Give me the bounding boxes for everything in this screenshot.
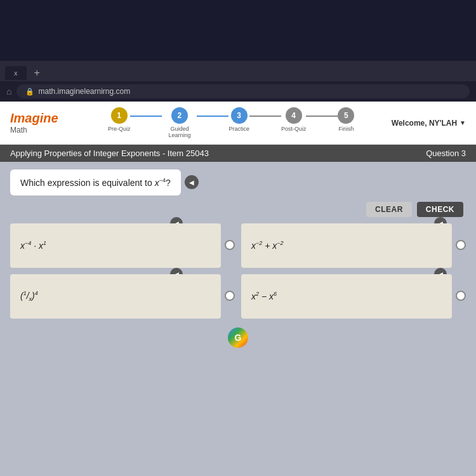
logo: Imagine Math [10,111,58,135]
question-number: Question 3 [426,149,466,158]
question-text: Which expression is equivalent to x−4? [20,177,171,188]
step-circle-4: 4 [286,107,302,124]
option-a-expression: x−4 · x1 [20,240,46,251]
step-label-2: Guided Learning [162,126,197,138]
option-c-card[interactable]: (1/x)4 [10,274,221,319]
new-tab-button[interactable]: + [29,65,45,81]
answer-options-grid: ◀ x−4 · x1 ◀ x−2 + x−2 [10,223,466,319]
step-3: 3 Practice [228,107,249,132]
tab-close-icon[interactable]: x [14,69,18,77]
progress-steps: 1 Pre-Quiz 2 Guided Learning 3 Practice … [84,107,379,138]
browser-tab[interactable]: x [5,66,27,80]
option-b-item: ◀ x−2 + x−2 [241,223,466,268]
logo-imagine: Imagine [10,111,58,126]
chevron-down-icon[interactable]: ▼ [459,119,466,126]
clear-button[interactable]: CLEAR [366,202,412,217]
welcome-text: Welcome, NY'LAH [392,119,457,128]
address-text: math.imaginelearnirng.com [38,87,130,96]
bottom-bar: G [10,325,466,350]
option-d-expression: x2 − x6 [251,291,277,301]
step-line-4-5 [306,116,338,117]
step-circle-2: 2 [171,107,188,124]
option-d-item: ◀ x2 − x6 [241,274,466,319]
home-icon[interactable]: ⌂ [6,86,11,96]
step-line-3-4 [249,116,281,117]
google-icon: G [228,327,248,348]
step-label-4: Post-Quiz [281,126,307,132]
step-label-5: Finish [338,126,354,132]
logo-math: Math [10,126,58,135]
option-c-expression: (1/x)4 [20,290,38,302]
option-a-item: ◀ x−4 · x1 [10,223,235,268]
action-row: CLEAR CHECK [10,202,466,217]
option-d-card[interactable]: x2 − x6 [241,274,452,319]
option-c-item: ◀ (1/x)4 [10,274,235,319]
lesson-header: Applying Properties of Integer Exponents… [0,145,476,162]
step-4: 4 Post-Quiz [281,107,307,132]
check-button[interactable]: CHECK [417,202,463,217]
step-1: 1 Pre-Quiz [108,107,131,132]
step-line-1-2 [130,116,162,117]
option-b-radio[interactable] [456,240,466,250]
option-a-radio[interactable] [225,240,235,250]
option-b-card[interactable]: x−2 + x−2 [241,223,452,268]
question-box: Which expression is equivalent to x−4? ◀ [10,169,181,195]
step-circle-5: 5 [338,107,354,124]
main-content: Which expression is equivalent to x−4? ◀… [0,162,476,476]
option-c-radio[interactable] [225,291,235,301]
step-line-2-3 [197,116,228,117]
welcome-area: Welcome, NY'LAH ▼ [392,119,466,128]
option-b-expression: x−2 + x−2 [251,240,284,251]
option-a-card[interactable]: x−4 · x1 [10,223,221,268]
step-circle-1: 1 [111,107,128,124]
step-5: 5 Finish [338,107,354,132]
lesson-title: Applying Properties of Integer Exponents… [10,149,209,158]
step-label-3: Practice [228,126,249,132]
option-d-radio[interactable] [456,291,466,301]
step-2: 2 Guided Learning [162,107,197,138]
question-audio-button[interactable]: ◀ [185,175,199,189]
step-label-1: Pre-Quiz [108,126,131,132]
step-circle-3: 3 [231,107,248,124]
lock-icon: 🔒 [25,88,34,96]
